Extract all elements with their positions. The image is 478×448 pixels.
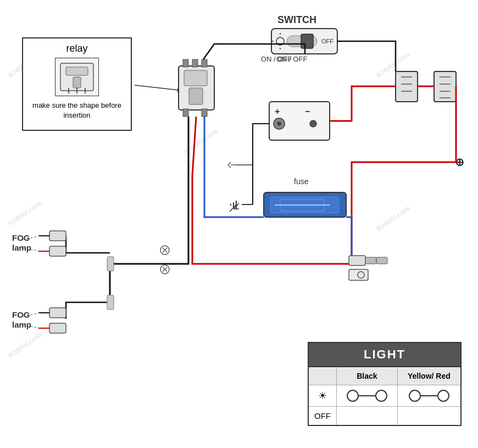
fork-connector-1 — [228, 162, 253, 168]
svg-text:−: − — [305, 107, 310, 116]
right-connector-bottom — [349, 269, 368, 280]
legend-col-yellow-red: Yellow/ Red — [397, 367, 461, 385]
svg-rect-87 — [349, 269, 368, 280]
legend-row-on-yellow — [397, 385, 461, 407]
diagram-container: KiWAV.com KiWAV.com KiWAV.com KiWAV.com … — [0, 0, 478, 448]
circle-open-2 — [375, 390, 387, 402]
circle-connector-2 — [403, 390, 455, 402]
relay-component — [179, 59, 214, 117]
svg-rect-58 — [49, 246, 66, 256]
power-box: + − — [269, 102, 330, 140]
legend-row-off-yellow — [397, 407, 461, 426]
connector-line — [359, 395, 375, 396]
svg-rect-79 — [107, 295, 114, 309]
svg-rect-56 — [49, 231, 66, 241]
legend-row-on-icon: ☀ — [308, 385, 337, 407]
svg-rect-49 — [396, 71, 418, 102]
circle-open-4 — [437, 390, 449, 402]
circle-open-3 — [409, 390, 421, 402]
connector-line-2 — [421, 395, 437, 396]
legend-row-on-black — [337, 385, 398, 407]
fog-lamp-connector-2-bottom — [38, 323, 66, 333]
svg-text:ON / OFF: ON / OFF — [276, 55, 307, 63]
svg-line-6 — [135, 85, 184, 91]
legend-col-icon — [308, 367, 337, 385]
svg-rect-10 — [192, 59, 198, 67]
svg-point-31 — [277, 121, 281, 126]
svg-rect-64 — [49, 308, 66, 318]
svg-text:FOG: FOG — [12, 310, 30, 319]
svg-rect-13 — [202, 109, 207, 117]
svg-rect-9 — [183, 59, 188, 67]
svg-line-82 — [228, 165, 231, 168]
svg-rect-14 — [184, 70, 207, 86]
fuse-component: fuse — [264, 177, 346, 217]
svg-line-81 — [228, 162, 231, 165]
svg-rect-44 — [434, 71, 456, 102]
svg-rect-78 — [107, 257, 114, 271]
legend-row-off-label: OFF — [308, 407, 337, 426]
legend-col-black: Black — [337, 367, 398, 385]
fog-lamp-connector-2-top — [38, 308, 66, 318]
fog-lamp-connector-1-top — [38, 231, 66, 241]
ground-symbol-1 — [231, 201, 253, 209]
screw-icon-1 — [160, 246, 169, 255]
legend-table: LIGHT Black Yellow/ Red ☀ — [308, 342, 462, 426]
bulb-icon: ☀ — [318, 390, 327, 402]
svg-rect-24 — [301, 34, 313, 48]
svg-rect-11 — [202, 59, 207, 67]
circle-connector-1 — [342, 390, 392, 402]
svg-rect-54 — [365, 257, 376, 264]
svg-point-33 — [310, 120, 316, 127]
svg-text:OFF: OFF — [321, 38, 334, 45]
svg-rect-12 — [183, 109, 188, 117]
legend-row-off-black — [337, 407, 398, 426]
svg-text:lamp: lamp — [12, 320, 31, 329]
svg-text:FOG: FOG — [12, 233, 30, 242]
svg-rect-15 — [189, 88, 203, 104]
circle-open-1 — [347, 390, 359, 402]
fog-lamp-connector-1-bottom — [38, 246, 66, 256]
svg-text:lamp: lamp — [12, 243, 31, 252]
svg-text:+: + — [275, 107, 280, 116]
connector-fuse-right — [349, 256, 387, 266]
legend-header: LIGHT — [308, 342, 461, 367]
svg-text:SWITCH: SWITCH — [277, 14, 316, 25]
svg-rect-53 — [349, 256, 365, 266]
svg-rect-55 — [376, 257, 387, 264]
svg-rect-66 — [49, 323, 66, 333]
svg-text:fuse: fuse — [294, 177, 309, 186]
screw-icon-2 — [160, 265, 169, 274]
